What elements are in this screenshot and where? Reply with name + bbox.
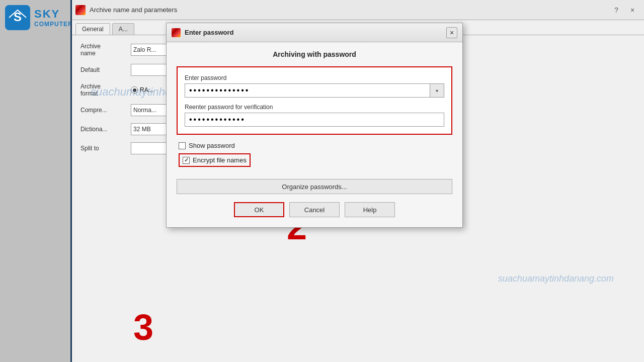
- help-button[interactable]: Help: [345, 202, 395, 217]
- enter-password-row: ▾: [185, 83, 444, 98]
- dialog-close-button[interactable]: ×: [446, 27, 457, 38]
- checkbox-checkmark: ✓: [184, 157, 189, 163]
- dialog-footer: OK Cancel Help: [177, 202, 452, 217]
- dialog-title: Enter password: [185, 29, 442, 36]
- dialog-overlay: Enter password × Archiving with password…: [0, 0, 644, 362]
- dialog-title-bar: Enter password ×: [167, 23, 462, 42]
- encrypt-file-names-label: Encrypt file names: [193, 156, 247, 164]
- cancel-button[interactable]: Cancel: [289, 202, 340, 217]
- reenter-password-label: Reenter password for verification: [185, 104, 444, 111]
- show-password-checkbox[interactable]: [179, 142, 186, 149]
- show-password-row: Show password: [179, 142, 452, 149]
- dialog-body: Archiving with password Enter password ▾…: [167, 42, 462, 227]
- password-section: Enter password ▾ Reenter password for ve…: [177, 66, 452, 135]
- ok-button[interactable]: OK: [234, 202, 284, 217]
- dialog-subtitle: Archiving with password: [177, 50, 452, 58]
- enter-password-dialog: Enter password × Archiving with password…: [166, 23, 463, 228]
- show-password-label: Show password: [189, 142, 235, 149]
- password-dropdown-button[interactable]: ▾: [430, 84, 444, 97]
- organize-passwords-button[interactable]: Organize passwords...: [177, 179, 452, 194]
- watermark-bottom: suachuamaytinhdanang.com: [498, 274, 614, 284]
- reenter-password-input[interactable]: [185, 113, 444, 126]
- reenter-password-row: [185, 113, 444, 127]
- dialog-app-icon: [172, 28, 181, 37]
- enter-password-input[interactable]: [185, 84, 430, 97]
- encrypt-file-names-row: ✓ Encrypt file names: [179, 153, 251, 167]
- enter-password-label: Enter password: [185, 74, 444, 81]
- encrypt-file-names-checkbox[interactable]: ✓: [183, 157, 190, 164]
- checkbox-area: Show password ✓ Encrypt file names: [177, 142, 452, 171]
